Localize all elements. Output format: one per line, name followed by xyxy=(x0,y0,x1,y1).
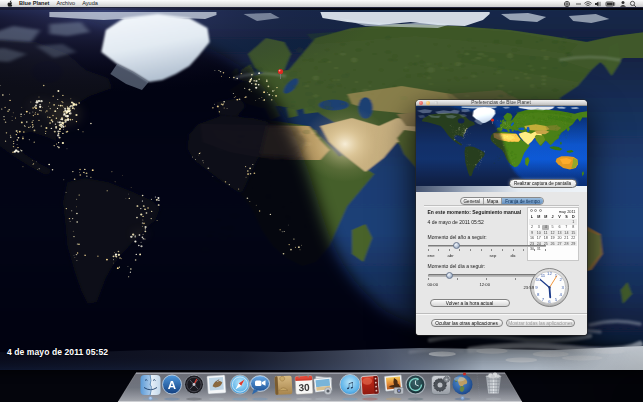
svg-text:30: 30 xyxy=(298,382,310,394)
svg-text:12: 12 xyxy=(547,270,552,275)
svg-text:11: 11 xyxy=(541,272,546,277)
svg-text:A: A xyxy=(168,379,176,391)
svg-text:♫: ♫ xyxy=(346,378,355,392)
